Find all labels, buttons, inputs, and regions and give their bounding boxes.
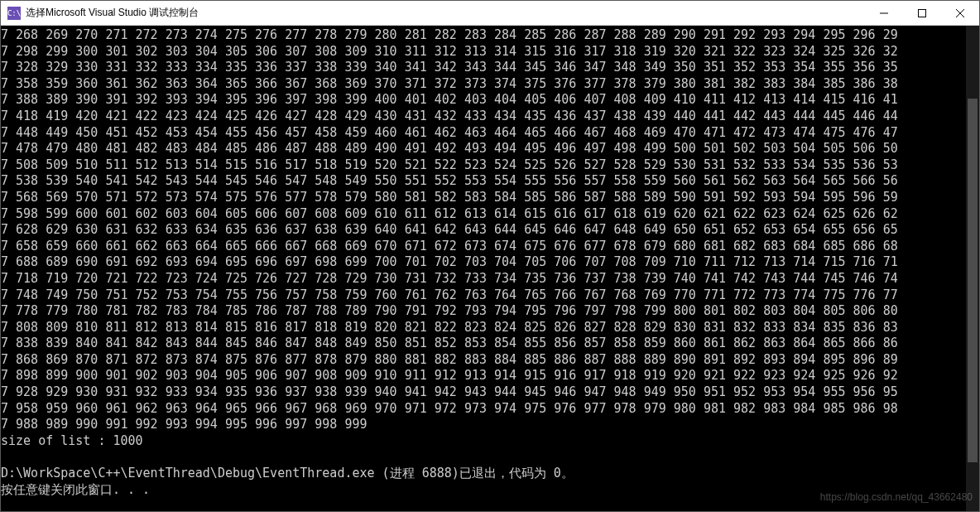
- titlebar[interactable]: C:\ 选择Microsoft Visual Studio 调试控制台: [1, 1, 979, 26]
- close-icon: [956, 9, 964, 17]
- svg-rect-1: [919, 9, 926, 17]
- maximize-icon: [918, 9, 926, 17]
- minimize-button[interactable]: [865, 1, 903, 25]
- window-controls: [865, 1, 979, 25]
- maximize-button[interactable]: [903, 1, 941, 25]
- press-any-key-prompt: 按任意键关闭此窗口. . .: [1, 482, 150, 497]
- console-area[interactable]: 7 268 269 270 271 272 273 274 275 276 27…: [1, 26, 979, 511]
- exit-status-line: D:\WorkSpace\C++\EventThread\Debug\Event…: [1, 466, 574, 481]
- minimize-icon: [880, 9, 888, 17]
- close-button[interactable]: [941, 1, 979, 25]
- console-window: C:\ 选择Microsoft Visual Studio 调试控制台 7 26…: [0, 0, 980, 512]
- scroll-thumb[interactable]: [968, 99, 978, 463]
- vertical-scrollbar[interactable]: [966, 26, 979, 511]
- window-title: 选择Microsoft Visual Studio 调试控制台: [26, 6, 865, 20]
- console-output[interactable]: 7 268 269 270 271 272 273 274 275 276 27…: [1, 26, 966, 511]
- app-icon: C:\: [7, 7, 21, 20]
